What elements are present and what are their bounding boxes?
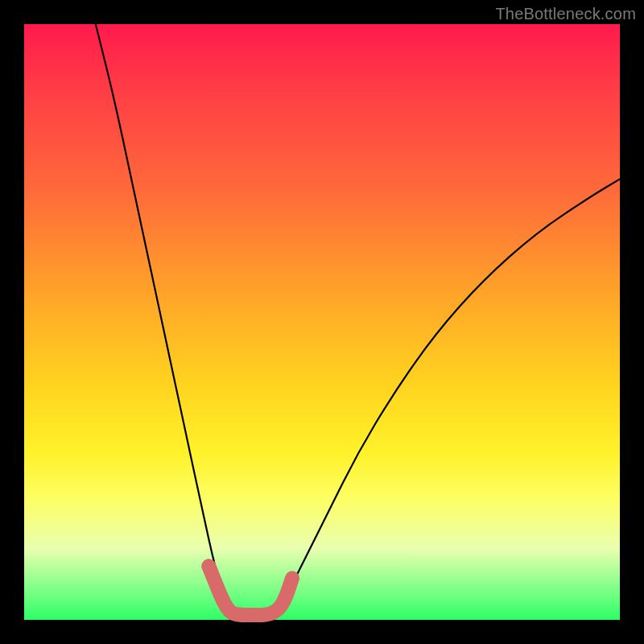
plot-area bbox=[24, 24, 620, 620]
left-curve-path bbox=[96, 24, 233, 614]
right-curve-path bbox=[275, 179, 620, 613]
valley-dot bbox=[201, 559, 216, 573]
curve-layer bbox=[24, 24, 620, 620]
chart-frame: TheBottleneck.com bbox=[0, 0, 644, 644]
valley-outline-path bbox=[208, 566, 292, 615]
watermark-text: TheBottleneck.com bbox=[495, 5, 636, 23]
